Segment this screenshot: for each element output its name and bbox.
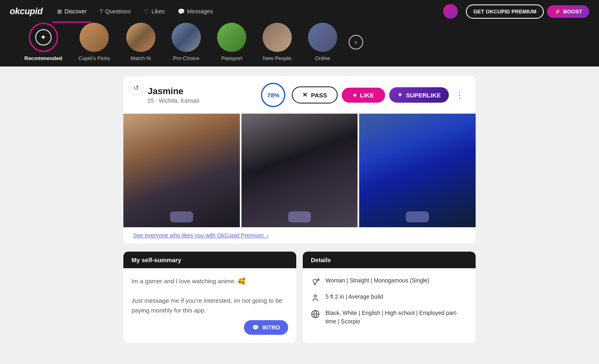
likes-icon: ♡: [144, 8, 149, 15]
gender-icon: [311, 277, 320, 286]
navbar: okcupid ⊞ Discover ? Questions ♡ Likes 💬…: [0, 0, 599, 23]
detail-height-text: 5 ft 2 in | Average build: [325, 293, 383, 301]
detail-gender-text: Woman | Straight | Monogamous (Single): [325, 276, 429, 285]
details-body: Woman | Straight | Monogamous (Single) 5…: [303, 268, 476, 340]
user-avatar[interactable]: [443, 4, 458, 19]
like-heart-icon: ♥: [353, 92, 357, 99]
more-options-button[interactable]: ⋮: [453, 88, 466, 101]
x-icon: ✕: [302, 91, 308, 99]
self-summary-header: My self-summary: [123, 252, 296, 268]
nav-messages[interactable]: 💬 Messages: [173, 0, 218, 23]
detail-row-ethnicity: Black, White | English | High school | E…: [311, 309, 468, 326]
like-button[interactable]: ♥ LIKE: [342, 88, 385, 103]
premium-button[interactable]: GET OKCUPID PREMIUM: [466, 4, 543, 19]
detail-row-gender: Woman | Straight | Monogamous (Single): [311, 276, 468, 286]
sections-row: My self-summary Im a gamer and I love wa…: [123, 252, 476, 343]
superlike-icon: ✦: [397, 91, 403, 99]
details-card: Details Woman | Straight | Monogamo: [303, 252, 476, 343]
category-next-button[interactable]: ›: [349, 35, 363, 50]
discover-icon: ⊞: [57, 8, 62, 15]
category-thumb-pro-choice: [172, 23, 201, 52]
nav-discover[interactable]: ⊞ Discover: [52, 0, 91, 23]
match-percent-badge: 78%: [261, 83, 285, 107]
photos-grid: [123, 114, 476, 227]
svg-point-0: [313, 280, 317, 283]
category-thumb-match: [126, 23, 155, 52]
self-summary-body: Im a gamer and I love watching anime. 🥰 …: [123, 268, 296, 343]
category-thumb-passport: [217, 23, 246, 52]
messages-icon: 💬: [178, 8, 185, 15]
action-buttons: ✕ PASS ♥ LIKE ✦ SUPERLIKE ⋮: [292, 86, 466, 103]
svg-point-6: [314, 295, 317, 297]
photo-1[interactable]: [123, 114, 240, 227]
boost-button[interactable]: ⚡ BOOST: [547, 5, 589, 18]
nav-questions[interactable]: ? Questions: [95, 0, 136, 23]
category-thumb-online: [308, 23, 337, 52]
photo-tag-3: [406, 211, 429, 222]
profile-name-section: Jasmine 25 · Wichita, Kansas: [148, 86, 254, 104]
category-online[interactable]: Online: [300, 23, 345, 61]
photo-3[interactable]: [359, 114, 476, 227]
profile-header: Jasmine 25 · Wichita, Kansas 78% ✕ PASS …: [123, 76, 476, 114]
questions-icon: ?: [99, 8, 103, 15]
heart-sparkle-icon: ✦: [35, 29, 52, 45]
profile-name: Jasmine: [148, 86, 254, 97]
superlike-button[interactable]: ✦ SUPERLIKE: [389, 87, 449, 103]
premium-link[interactable]: See everyone who likes you with OkCupid …: [123, 227, 476, 243]
category-thumb-recommended: ✦: [29, 23, 58, 52]
photo-tag-1: [170, 211, 193, 222]
category-recommended[interactable]: ✦ Recommended: [16, 23, 70, 61]
category-new-people[interactable]: New People: [254, 23, 300, 61]
details-header: Details: [303, 252, 476, 268]
height-icon: [311, 293, 320, 302]
detail-row-height: 5 ft 2 in | Average build: [311, 293, 468, 302]
photo-2[interactable]: [241, 114, 358, 227]
message-icon: 💬: [252, 324, 259, 331]
category-cupids-picks[interactable]: Cupid's Picks: [70, 23, 118, 61]
globe-icon: [311, 310, 320, 319]
category-thumb-cupids: [80, 23, 109, 52]
nav-likes[interactable]: ♡ Likes: [139, 0, 170, 23]
profile-card: ↺ Jasmine 25 · Wichita, Kansas 78% ✕ PAS…: [123, 76, 476, 243]
category-match[interactable]: Match %: [118, 23, 164, 61]
intro-button[interactable]: 💬 INTRO: [244, 320, 288, 335]
boost-icon: ⚡: [554, 9, 561, 15]
pass-button[interactable]: ✕ PASS: [292, 86, 338, 103]
photo-tag-2: [288, 211, 311, 222]
detail-ethnicity-text: Black, White | English | High school | E…: [325, 309, 468, 326]
category-bar: ✦ Recommended Cupid's Picks Match % Pro-…: [0, 23, 599, 67]
category-thumb-new-people: [263, 23, 292, 52]
category-passport[interactable]: Passport: [209, 23, 254, 61]
main-content: ↺ Jasmine 25 · Wichita, Kansas 78% ✕ PAS…: [117, 76, 482, 343]
self-summary-card: My self-summary Im a gamer and I love wa…: [123, 252, 296, 343]
app-logo: okcupid: [10, 6, 43, 17]
self-summary-text: Im a gamer and I love watching anime. 🥰 …: [131, 276, 288, 315]
undo-button[interactable]: ↺: [128, 80, 144, 95]
category-pro-choice[interactable]: Pro-Choice: [164, 23, 209, 61]
profile-age-location: 25 · Wichita, Kansas: [148, 97, 254, 104]
